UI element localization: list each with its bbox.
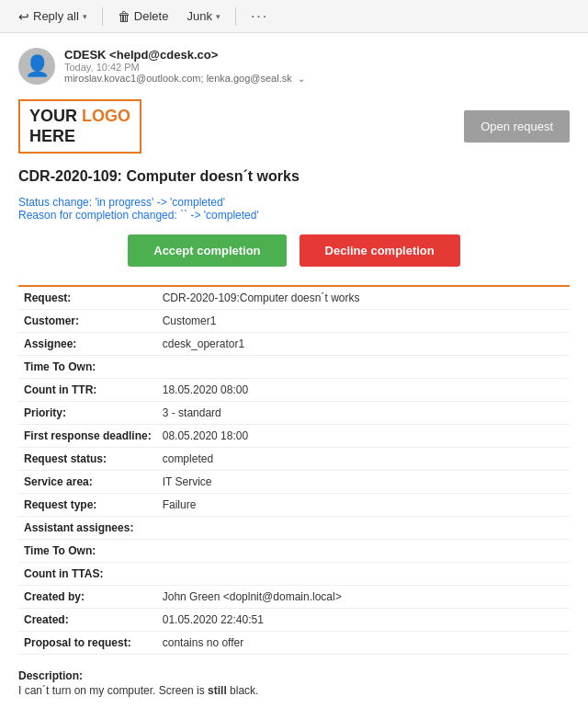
toolbar-divider-2 [235, 7, 236, 26]
details-table: Request: CDR-2020-109:Computer doesn´t w… [18, 285, 570, 655]
table-row: Assistant assignees: [18, 517, 570, 540]
table-row: Request type: Failure [18, 494, 570, 517]
request-status-value: completed [157, 448, 570, 471]
accept-completion-button[interactable]: Accept completion [128, 234, 286, 267]
avatar-icon: 👤 [25, 54, 50, 78]
toolbar: ↩ Reply all ▾ 🗑 Delete Junk ▾ ··· [0, 0, 588, 33]
sender-to: miroslav.kovac1@outlook.com; lenka.gog@s… [64, 73, 570, 84]
expand-recipients-icon[interactable]: ⌄ [298, 74, 305, 84]
time-to-own-2-label: Time To Own: [18, 540, 157, 563]
status-changes: Status change: 'in progress' -> 'complet… [18, 196, 570, 222]
table-row: Proposal to request: contains no offer [18, 632, 570, 655]
table-row: Time To Own: [18, 356, 570, 379]
count-ttr-label: Count in TTR: [18, 379, 157, 402]
reply-chevron-icon: ▾ [83, 12, 87, 21]
reply-all-button[interactable]: ↩ Reply all ▾ [11, 6, 95, 28]
email-body: YOUR LOGO HERE Open request CDR-2020-109… [18, 96, 570, 708]
table-row: Priority: 3 - standard [18, 402, 570, 425]
service-area-label: Service area: [18, 471, 157, 494]
count-ttas-label: Count in TTAS: [18, 563, 157, 586]
sender-name: CDESK <helpd@cdesk.co> [64, 48, 570, 62]
count-ttr-value: 18.05.2020 08:00 [157, 379, 570, 402]
assignee-value: cdesk_operator1 [157, 333, 570, 356]
junk-button[interactable]: Junk ▾ [179, 6, 227, 27]
assignee-label: Assignee: [18, 333, 157, 356]
email-subject: CDR-2020-109: Computer doesn´t works [18, 168, 570, 185]
table-row: Assignee: cdesk_operator1 [18, 333, 570, 356]
proposal-value: contains no offer [157, 632, 570, 655]
table-row: Service area: IT Service [18, 471, 570, 494]
priority-value: 3 - standard [157, 402, 570, 425]
status-change-2: Reason for completion changed: `` -> 'co… [18, 209, 570, 222]
delete-icon: 🗑 [118, 9, 130, 24]
request-status-label: Request status: [18, 448, 157, 471]
proposal-label: Proposal to request: [18, 632, 157, 655]
created-by-label: Created by: [18, 586, 157, 609]
table-row: Request: CDR-2020-109:Computer doesn´t w… [18, 286, 570, 310]
time-to-own-value [157, 356, 570, 379]
first-response-label: First response deadline: [18, 425, 157, 448]
customer-value: Customer1 [157, 310, 570, 333]
junk-chevron-icon: ▾ [216, 12, 220, 21]
table-row: Count in TTAS: [18, 563, 570, 586]
avatar: 👤 [18, 48, 55, 85]
table-row: Created by: John Green <doplnit@domain.l… [18, 586, 570, 609]
assistant-assignees-label: Assistant assignees: [18, 517, 157, 540]
junk-label: Junk [187, 9, 211, 23]
still-word: still [208, 684, 227, 697]
recipients: miroslav.kovac1@outlook.com; lenka.gog@s… [64, 73, 292, 84]
open-request-button[interactable]: Open request [464, 110, 570, 143]
request-value: CDR-2020-109:Computer doesn´t works [157, 286, 570, 310]
sender-time: Today, 10:42 PM [64, 62, 570, 73]
priority-label: Priority: [18, 402, 157, 425]
table-row: First response deadline: 08.05.2020 18:0… [18, 425, 570, 448]
table-row: Count in TTR: 18.05.2020 08:00 [18, 379, 570, 402]
more-dots: ··· [251, 8, 268, 24]
request-label: Request: [18, 286, 157, 310]
table-row: Created: 01.05.2020 22:40:51 [18, 609, 570, 632]
logo-logo: LOGO [82, 107, 130, 125]
request-type-label: Request type: [18, 494, 157, 517]
header-logo-text: YOUR LOGO HERE [29, 107, 130, 146]
created-value: 01.05.2020 22:40:51 [157, 609, 570, 632]
delete-label: Delete [134, 9, 169, 23]
count-ttas-value [157, 563, 570, 586]
sender-info: CDESK <helpd@cdesk.co> Today, 10:42 PM m… [64, 48, 570, 84]
reply-all-label: Reply all [33, 9, 79, 23]
customer-label: Customer: [18, 310, 157, 333]
toolbar-divider-1 [102, 7, 103, 26]
table-row: Time To Own: [18, 540, 570, 563]
email-container: 👤 CDESK <helpd@cdesk.co> Today, 10:42 PM… [0, 33, 588, 708]
request-type-value: Failure [157, 494, 570, 517]
time-to-own-2-value [157, 540, 570, 563]
description-label: Description: [18, 669, 570, 682]
assistant-assignees-value [157, 517, 570, 540]
more-options-button[interactable]: ··· [243, 5, 276, 29]
created-label: Created: [18, 609, 157, 632]
reply-icon: ↩ [18, 9, 29, 24]
first-response-value: 08.05.2020 18:00 [157, 425, 570, 448]
logo-your: YOUR [29, 107, 82, 125]
logo-area: YOUR LOGO HERE Open request [18, 99, 570, 154]
description-text: I can´t turn on my computer. Screen is s… [18, 684, 258, 697]
email-header: 👤 CDESK <helpd@cdesk.co> Today, 10:42 PM… [18, 48, 570, 85]
status-change-1: Status change: 'in progress' -> 'complet… [18, 196, 570, 209]
logo-here: HERE [29, 127, 75, 145]
delete-button[interactable]: 🗑 Delete [110, 6, 176, 28]
table-row: Request status: completed [18, 448, 570, 471]
time-to-own-label: Time To Own: [18, 356, 157, 379]
decline-completion-button[interactable]: Decline completion [300, 234, 460, 267]
service-area-value: IT Service [157, 471, 570, 494]
header-logo: YOUR LOGO HERE [18, 99, 141, 154]
description-section: Description: I can´t turn on my computer… [18, 669, 570, 697]
created-by-value: John Green <doplnit@domain.local> [157, 586, 570, 609]
action-buttons: Accept completion Decline completion [18, 234, 570, 267]
table-row: Customer: Customer1 [18, 310, 570, 333]
